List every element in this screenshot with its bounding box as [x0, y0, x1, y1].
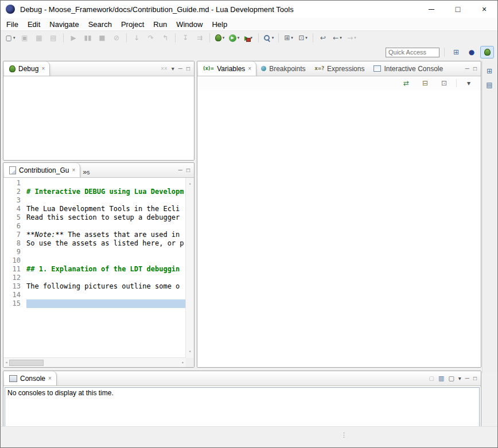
minimize-view-button[interactable]: ─ [178, 66, 182, 72]
menu-search[interactable]: Search [84, 18, 116, 30]
menu-edit[interactable]: Edit [23, 18, 45, 30]
maximize-view-button[interactable]: □ [186, 167, 190, 173]
code-line[interactable] [26, 256, 186, 265]
dropdown-arrow-icon[interactable]: ▾ [291, 36, 293, 40]
disconnect-button[interactable]: ⊘ [110, 32, 123, 44]
code-line[interactable] [26, 274, 186, 282]
dropdown-arrow-icon[interactable]: ▾ [305, 36, 308, 40]
close-button[interactable]: × [471, 1, 497, 18]
tab-interactive-console[interactable]: Interactive Console [369, 61, 448, 76]
scroll-left-button[interactable]: ◂ [5, 359, 7, 367]
show-logical-structure-button[interactable]: ⇄ [399, 77, 413, 89]
suspend-button[interactable]: ▮▮ [81, 32, 95, 44]
editor-overflow-tabs[interactable]: » 5 [80, 163, 93, 177]
print-button[interactable]: ▤ [46, 32, 60, 44]
view-menu-button[interactable]: ▾ [462, 77, 476, 89]
code-line[interactable] [26, 179, 186, 188]
maximize-view-button[interactable]: □ [473, 66, 477, 72]
editor-text[interactable]: # Interactive DEBUG using Lua DevelopmTh… [26, 179, 186, 358]
save-all-button[interactable]: ▦ [32, 32, 46, 44]
scroll-right-button[interactable]: ▸ [182, 359, 184, 367]
last-edit-location-button[interactable]: ↩ [316, 32, 330, 44]
code-line[interactable]: # Interactive DEBUG using Lua Developm [26, 188, 186, 196]
close-tab-icon[interactable]: × [248, 65, 251, 72]
dropdown-arrow-icon[interactable]: ▾ [272, 36, 274, 40]
run-button[interactable]: ▶▾ [227, 32, 241, 44]
horizontal-scrollbar[interactable]: ◂ ▸ [3, 357, 186, 367]
menu-window[interactable]: Window [172, 18, 207, 30]
new-wizard-button[interactable]: ⊞▾ [282, 32, 295, 44]
tab-debug[interactable]: Debug × [5, 61, 50, 76]
menu-file[interactable]: File [2, 18, 23, 30]
dropdown-arrow-icon[interactable]: ▾ [340, 36, 342, 40]
dropdown-arrow-icon[interactable]: ▾ [223, 36, 225, 40]
code-line[interactable] [26, 222, 186, 231]
sash-grip[interactable]: ⋮ [341, 431, 347, 439]
close-tab-icon[interactable]: × [72, 167, 75, 173]
maximize-button[interactable]: □ [445, 1, 471, 18]
view-menu-button[interactable]: ▾ [172, 66, 174, 72]
minimize-button[interactable]: ─ [418, 1, 445, 18]
back-button[interactable]: ←▾ [330, 32, 344, 44]
resume-button[interactable]: ▶ [67, 32, 80, 44]
code-line[interactable] [26, 299, 186, 308]
tab-contribution-guide[interactable]: Contribution_Gu × [5, 163, 80, 177]
terminate-button[interactable]: ■ [95, 32, 109, 44]
code-line[interactable]: The following pictures outline some o [26, 282, 186, 291]
tab-breakpoints[interactable]: Breakpoints [256, 61, 310, 76]
minimize-view-button[interactable]: ─ [178, 167, 182, 173]
step-return-button[interactable]: ↰ [158, 32, 172, 44]
scrollbar-thumb[interactable] [9, 360, 44, 366]
restore-view-icon[interactable]: ⊞ [487, 68, 492, 75]
open-console-button[interactable]: ▢ [448, 375, 454, 381]
collapse-all-button[interactable]: ⊟ [418, 77, 432, 89]
forward-button[interactable]: →▾ [345, 32, 359, 44]
step-over-button[interactable]: ↷ [144, 32, 158, 44]
ldt-perspective-button[interactable]: ● [465, 46, 478, 59]
code-line[interactable]: ## 1. Explanation of the LDT debuggin [26, 265, 186, 274]
dropdown-arrow-icon[interactable]: ▾ [238, 36, 240, 40]
quick-access-input[interactable] [386, 48, 439, 57]
remove-all-terminated-button[interactable]: ×× [161, 66, 168, 72]
close-tab-icon[interactable]: × [48, 375, 52, 381]
console-output[interactable]: No consoles to display at this time. [5, 387, 480, 427]
external-tools-button[interactable]: ▶▾ [242, 32, 255, 44]
close-tab-icon[interactable]: × [41, 65, 45, 72]
tab-expressions[interactable]: x=?Expressions [310, 61, 369, 76]
save-button[interactable]: ▣ [18, 32, 32, 44]
open-perspective-button[interactable]: ⊞ [449, 46, 463, 59]
menu-project[interactable]: Project [116, 18, 149, 30]
scroll-down-button[interactable]: ▾ [189, 348, 191, 356]
dropdown-arrow-icon[interactable]: ▾ [13, 36, 15, 40]
search-button[interactable]: ▾ [262, 32, 275, 44]
menu-navigate[interactable]: Navigate [45, 18, 83, 30]
open-console-dropdown-icon[interactable]: ▾ [458, 376, 461, 381]
code-line[interactable] [26, 248, 186, 256]
dropdown-arrow-icon[interactable]: ▾ [354, 36, 356, 40]
drop-to-frame-button[interactable]: ↧ [178, 32, 192, 44]
vertical-scrollbar[interactable]: ▴ ▾ [185, 178, 194, 358]
code-line[interactable]: So use the assets as listed here, or p [26, 239, 186, 248]
display-selected-console-button[interactable]: ▥ [438, 375, 444, 381]
menu-help[interactable]: Help [207, 18, 232, 30]
tab-variables[interactable]: (x)=Variables× [199, 61, 256, 76]
minimize-view-button[interactable]: ─ [465, 376, 469, 381]
code-line[interactable]: The Lua Development Tools in the Ecli [26, 205, 186, 213]
maximize-view-button[interactable]: □ [186, 66, 190, 72]
debug-button[interactable]: ▾ [213, 32, 227, 44]
code-line[interactable] [26, 196, 186, 205]
menu-run[interactable]: Run [149, 18, 172, 30]
minimize-view-button[interactable]: ─ [465, 66, 469, 72]
editor-content[interactable]: 123456789101112131415 # Interactive DEBU… [3, 178, 194, 367]
minimized-view-stack-icon[interactable]: ▤ [486, 81, 492, 88]
use-step-filters-button[interactable]: ⇉ [193, 32, 207, 44]
open-element-button[interactable]: ⊡▾ [296, 32, 310, 44]
code-line[interactable]: **Note:** The assets that are used in [26, 231, 186, 239]
step-into-button[interactable]: ↓ [130, 32, 143, 44]
pin-view-button[interactable]: ⊡ [437, 77, 451, 89]
tab-console[interactable]: Console × [5, 371, 57, 385]
scroll-up-button[interactable]: ▴ [189, 180, 191, 188]
code-line[interactable]: Read this section to setup a debugger [26, 213, 186, 222]
new-button[interactable]: ▢▾ [3, 32, 17, 44]
debug-perspective-button[interactable] [480, 46, 494, 59]
